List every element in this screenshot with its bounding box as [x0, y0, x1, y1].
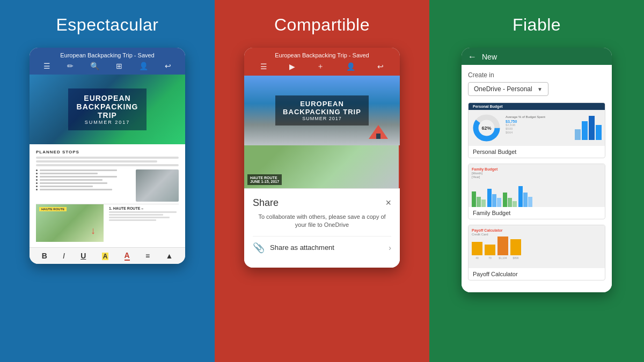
- payoff-calculator-label: Payoff Calculator: [469, 268, 605, 280]
- word-doc-body: EUROPEANBACKPACKINGTRIP SUMMER 2017 PLAN…: [30, 75, 185, 247]
- doc-side-image: [136, 169, 179, 202]
- payoff-bar-1: 40: [472, 242, 482, 260]
- ppt-phone-header: European Backpacking Trip - Saved ☰ ▶ ＋ …: [244, 48, 400, 76]
- trip-main-title: EUROPEANBACKPACKINGTRIP: [77, 94, 138, 120]
- personal-budget-preview: Personal Budget 62% Ave: [469, 103, 605, 146]
- share-close-button[interactable]: ×: [385, 197, 391, 209]
- svg-text:62%: 62%: [481, 125, 491, 131]
- ppt-add-icon[interactable]: ＋: [317, 62, 324, 71]
- ppt-slide2-title: HAUTE ROUTE: [250, 176, 279, 180]
- ppt-slide2-date: JUNE 1-15, 2017: [250, 180, 279, 183]
- font-color-button[interactable]: A: [125, 251, 130, 261]
- ppt-present-icon[interactable]: ▶: [289, 62, 295, 71]
- attachment-icon: 📎: [253, 242, 265, 254]
- bar-group-2: [487, 189, 501, 207]
- payoff-chart-area: Payoff CalculatorCredit Card 40 70: [469, 225, 605, 263]
- highlight-button[interactable]: A: [102, 252, 109, 260]
- trip-subtitle: SUMMER 2017: [77, 120, 138, 125]
- list-item: [36, 173, 133, 174]
- excel-back-button[interactable]: ←: [468, 52, 477, 62]
- planned-stops-title: PLANNED STOPS: [36, 150, 179, 154]
- pen-icon[interactable]: ✏: [67, 62, 74, 70]
- family-bar-chart: [472, 181, 602, 207]
- doc-text-1: [36, 157, 179, 159]
- payoff-calculator-card[interactable]: Payoff CalculatorCredit Card 40 70: [468, 225, 605, 280]
- family-budget-title: Family Budget[Month][Year]: [472, 167, 602, 179]
- panel-powerpoint: Compartible European Backpacking Trip - …: [215, 0, 429, 362]
- payoff-preview-area: Payoff CalculatorCredit Card 40 70: [469, 225, 605, 268]
- doc-hero-overlay: EUROPEANBACKPACKINGTRIP SUMMER 2017: [68, 88, 147, 130]
- create-in-label: Create in: [468, 71, 605, 79]
- ppt-slide-subtitle: SUMMER 2017: [283, 116, 361, 121]
- ppt-main-slide: EUROPEANBACKPACKING TRIP SUMMER 2017: [244, 76, 400, 145]
- budget-chart-area: 62% Average % of Budget Spent $3,750 $2,…: [469, 110, 605, 146]
- list-item: [36, 176, 133, 178]
- panel-word-title: Espectacular: [56, 15, 159, 35]
- ppt-user-icon[interactable]: 👤: [346, 62, 355, 71]
- excel-phone-mockup: ← New Create in OneDrive - Personal ▼ Pe…: [462, 48, 612, 292]
- share-dialog-header: Share ×: [253, 197, 391, 209]
- budget-donut-chart: 62%: [472, 113, 501, 145]
- ppt-menu-icon[interactable]: ☰: [260, 62, 267, 71]
- bar-group-1: [472, 191, 486, 207]
- search-icon[interactable]: 🔍: [90, 62, 99, 70]
- family-budget-preview: Family Budget[Month][Year]: [469, 164, 605, 207]
- view-icon[interactable]: ⊞: [116, 62, 122, 70]
- templates-list: Personal Budget 62% Ave: [468, 102, 605, 286]
- share-dialog-title: Share: [253, 197, 279, 209]
- ppt-doc-title: European Backpacking Trip - Saved: [250, 52, 394, 58]
- panel-word: Espectacular European Backpacking Trip -…: [0, 0, 215, 362]
- ppt-second-slide: HAUTE ROUTE JUNE 1-15, 2017: [244, 145, 400, 188]
- ppt-undo-icon[interactable]: ↩: [377, 62, 384, 71]
- doc-map-text: 1. HAUTE ROUTE –: [107, 204, 179, 242]
- create-in-dropdown[interactable]: OneDrive - Personal ▼: [468, 82, 548, 96]
- dropdown-arrow-icon: ▼: [537, 86, 543, 92]
- personal-budget-card[interactable]: Personal Budget 62% Ave: [468, 102, 605, 158]
- ppt-toolbar: ☰ ▶ ＋ 👤 ↩: [250, 61, 394, 72]
- underline-button[interactable]: U: [80, 252, 86, 260]
- map-label: HAUTE ROUTE: [39, 207, 67, 211]
- share-item-left: 📎 Share as attachment: [253, 242, 334, 254]
- menu-icon[interactable]: ☰: [43, 62, 50, 70]
- word-formatting-toolbar: B I U A A ≡ ▲: [30, 247, 185, 264]
- personal-budget-label: Personal Budget: [469, 146, 605, 158]
- ppt-slide-overlay: EUROPEANBACKPACKING TRIP SUMMER 2017: [275, 95, 369, 125]
- payoff-title: Payoff CalculatorCredit Card: [472, 228, 602, 236]
- word-phone-header: European Backpacking Trip - Saved ☰ ✏ 🔍 …: [30, 48, 185, 75]
- budget-bar-chart: [575, 113, 602, 140]
- panel-excel: Fiable ← New Create in OneDrive - Person…: [429, 0, 644, 362]
- ppt-phone-mockup: European Backpacking Trip - Saved ☰ ▶ ＋ …: [244, 48, 400, 268]
- panel-ppt-title: Compartible: [274, 15, 370, 35]
- doc-hero-image: EUROPEANBACKPACKINGTRIP SUMMER 2017: [30, 75, 185, 144]
- map-section-title: 1. HAUTE ROUTE –: [109, 206, 177, 210]
- excel-header-title: New: [482, 53, 497, 61]
- family-budget-card[interactable]: Family Budget[Month][Year]: [468, 164, 605, 219]
- ppt-slide2-text: HAUTE ROUTE JUNE 1-15, 2017: [247, 174, 282, 185]
- list-item: [36, 186, 133, 187]
- doc-map-section: ↓ HAUTE ROUTE 1. HAUTE ROUTE –: [36, 204, 179, 242]
- share-as-attachment-item[interactable]: 📎 Share as attachment ›: [253, 236, 391, 259]
- excel-body: Create in OneDrive - Personal ▼ Personal…: [462, 65, 612, 292]
- payoff-bar-4: $890: [510, 239, 521, 260]
- bold-button[interactable]: B: [42, 252, 47, 260]
- user-icon[interactable]: 👤: [139, 62, 148, 70]
- list-item: [36, 189, 133, 190]
- undo-icon[interactable]: ↩: [165, 62, 171, 70]
- doc-bottom-row: [36, 169, 179, 202]
- bar-group-3: [503, 193, 517, 207]
- doc-text-3: [36, 164, 179, 166]
- tent-decoration: [368, 124, 389, 140]
- word-toolbar: ☰ ✏ 🔍 ⊞ 👤 ↩: [35, 61, 180, 71]
- share-attach-label: Share as attachment: [270, 243, 334, 252]
- italic-button[interactable]: I: [63, 252, 65, 260]
- more-button[interactable]: ▲: [165, 252, 173, 260]
- map-arrow: ↓: [91, 225, 96, 237]
- bar-group-4: [518, 186, 532, 207]
- ppt-slide-title: EUROPEANBACKPACKING TRIP: [283, 100, 361, 116]
- share-dialog-subtitle: To collaborate with others, please save …: [253, 213, 391, 230]
- word-doc-title: European Backpacking Trip - Saved: [35, 52, 180, 58]
- doc-list: [36, 169, 133, 202]
- budget-numbers: Average % of Budget Spent $3,750 $2,636 …: [503, 113, 573, 145]
- list-button[interactable]: ≡: [145, 252, 150, 260]
- family-chart-area: Family Budget[Month][Year]: [469, 164, 605, 207]
